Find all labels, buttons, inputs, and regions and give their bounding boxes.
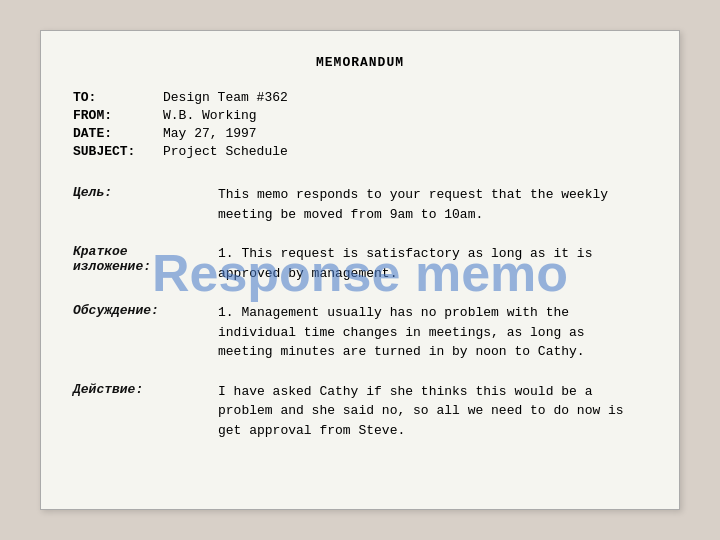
- header-to-row: TO: Design Team #362: [73, 90, 647, 105]
- section-label-0: Цель:: [73, 179, 218, 238]
- section-label-1: Краткое изложение:: [73, 238, 218, 297]
- subject-value: Project Schedule: [163, 144, 288, 159]
- body-section-1: Краткое изложение:1. This request is sat…: [73, 238, 647, 297]
- section-content-1: 1. This request is satisfactory as long …: [218, 238, 647, 297]
- memo-header: TO: Design Team #362 FROM: W.B. Working …: [73, 90, 647, 159]
- section-content-2: 1. Management usually has no problem wit…: [218, 297, 647, 376]
- from-value: W.B. Working: [163, 108, 257, 123]
- header-from-row: FROM: W.B. Working: [73, 108, 647, 123]
- to-label: TO:: [73, 90, 163, 105]
- section-content-0: This memo responds to your request that …: [218, 179, 647, 238]
- to-value: Design Team #362: [163, 90, 288, 105]
- memo-document: Response memo MEMORANDUM TO: Design Team…: [40, 30, 680, 510]
- date-value: May 27, 1997: [163, 126, 257, 141]
- memo-title: MEMORANDUM: [73, 55, 647, 70]
- memo-body: Цель:This memo responds to your request …: [73, 179, 647, 454]
- header-date-row: DATE: May 27, 1997: [73, 126, 647, 141]
- body-section-2: Обсуждение:1. Management usually has no …: [73, 297, 647, 376]
- section-label-3: Действие:: [73, 376, 218, 455]
- from-label: FROM:: [73, 108, 163, 123]
- date-label: DATE:: [73, 126, 163, 141]
- body-section-0: Цель:This memo responds to your request …: [73, 179, 647, 238]
- section-label-2: Обсуждение:: [73, 297, 218, 376]
- body-section-3: Действие:I have asked Cathy if she think…: [73, 376, 647, 455]
- header-subject-row: SUBJECT: Project Schedule: [73, 144, 647, 159]
- section-content-3: I have asked Cathy if she thinks this wo…: [218, 376, 647, 455]
- subject-label: SUBJECT:: [73, 144, 163, 159]
